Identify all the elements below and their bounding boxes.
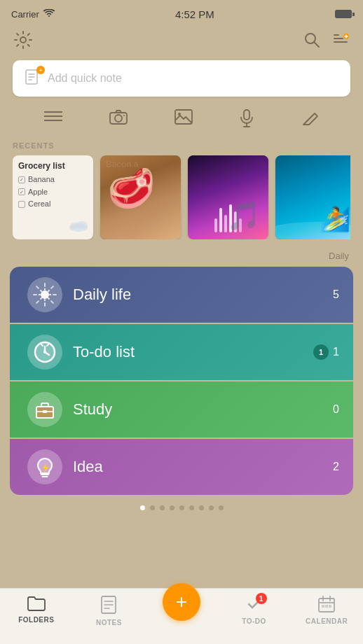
recents-row: Grocery list ✓ Banana ✓ Apple Cereal [13, 155, 350, 239]
todo-icon-area [24, 335, 66, 370]
tab-bar: FOLDERS NOTES + 1 TO-DO [0, 588, 363, 644]
notes-tab-label: NOTES [96, 619, 122, 626]
list-item: Cereal [18, 198, 88, 211]
grocery-note-card[interactable]: Grocery list ✓ Banana ✓ Apple Cereal [13, 155, 93, 239]
svg-point-20 [178, 113, 181, 115]
svg-point-0 [20, 37, 26, 43]
tab-folders[interactable]: FOLDERS [0, 596, 73, 624]
svg-point-44 [43, 351, 46, 354]
svg-point-37 [40, 290, 41, 291]
dot-9[interactable] [219, 505, 224, 510]
dot-5[interactable] [179, 505, 184, 510]
top-bar [0, 25, 363, 60]
svg-rect-19 [175, 110, 192, 124]
svg-point-38 [48, 298, 50, 300]
recents-section: RECENTS Grocery list ✓ Banana ✓ Apple Ce… [0, 141, 363, 239]
svg-point-27 [76, 221, 88, 230]
daily-life-count: 5 [333, 288, 339, 301]
svg-line-2 [314, 42, 319, 47]
calendar-icon [318, 596, 335, 615]
add-button[interactable]: + [163, 583, 200, 621]
note-card-items: ✓ Banana ✓ Apple Cereal [18, 174, 88, 211]
daily-life-icon-area [24, 277, 66, 312]
dot-6[interactable] [189, 505, 194, 510]
dot-1[interactable] [140, 505, 145, 510]
todo-badges: 1 1 [313, 344, 339, 360]
dot-indicators [0, 497, 363, 516]
calendar-tab-label: CALENDAR [306, 617, 348, 625]
dot-8[interactable] [209, 505, 214, 510]
idea-count: 2 [333, 461, 339, 473]
draw-tool[interactable] [301, 109, 319, 130]
checkbox-banana: ✓ [18, 176, 25, 183]
svg-rect-21 [244, 110, 249, 120]
top-bar-actions [304, 32, 349, 50]
quick-note-box[interactable]: + Add quick note [13, 60, 350, 97]
wifi-icon [43, 9, 55, 20]
daily-label: Daily [0, 251, 363, 261]
svg-point-18 [123, 115, 125, 116]
folder-idea[interactable]: Idea 2 [10, 439, 353, 495]
todo-label: To-do list [66, 343, 313, 361]
svg-point-35 [39, 294, 40, 295]
svg-point-33 [44, 288, 46, 290]
folder-study[interactable]: Study 0 [10, 382, 353, 438]
todo-badge-1: 1 [313, 344, 329, 360]
tab-notes[interactable]: NOTES [73, 596, 146, 626]
microphone-tool[interactable] [240, 109, 254, 130]
folders-section: Daily [0, 239, 363, 495]
todo-icon-wrap: 1 [246, 596, 263, 615]
dot-3[interactable] [160, 505, 165, 510]
checkbox-cereal [18, 201, 25, 208]
tab-calendar[interactable]: CALENDAR [290, 596, 363, 625]
dot-7[interactable] [199, 505, 204, 510]
tab-add[interactable]: + [145, 596, 218, 621]
search-icon[interactable] [304, 32, 320, 50]
folder-todo-list[interactable]: To-do list 1 1 [10, 324, 353, 380]
daily-life-label: Daily life [66, 286, 333, 304]
svg-rect-5 [334, 41, 348, 43]
todo-icon [27, 335, 62, 370]
battery-icon [335, 10, 352, 18]
cloud-icon [68, 218, 89, 235]
status-bar: Carrier 4:52 PM [0, 0, 363, 25]
notes-icon [101, 596, 116, 617]
svg-rect-49 [43, 410, 47, 413]
list-filter-icon[interactable] [332, 33, 349, 50]
folder-daily-life[interactable]: Daily life 5 [10, 267, 353, 323]
carrier-info: Carrier [11, 9, 55, 20]
note-plus-badge: + [36, 66, 45, 74]
tab-todo[interactable]: 1 TO-DO [218, 596, 291, 625]
list-item: ✓ Banana [18, 174, 88, 186]
svg-rect-62 [329, 605, 331, 608]
svg-rect-61 [325, 605, 328, 608]
todo-count: 1 [333, 346, 339, 358]
daily-life-icon [27, 277, 62, 312]
svg-point-40 [40, 298, 41, 300]
svg-line-24 [306, 116, 312, 122]
gear-icon[interactable] [14, 31, 32, 52]
text-lines-tool[interactable] [44, 109, 62, 130]
idea-label: Idea [66, 458, 333, 476]
image-tool[interactable] [174, 109, 193, 130]
idea-icon-area [24, 449, 66, 484]
dot-4[interactable] [170, 505, 174, 510]
svg-rect-3 [334, 34, 339, 36]
study-icon [27, 392, 62, 427]
dot-2[interactable] [150, 505, 155, 510]
surfing-photo-card[interactable]: Surfing 🏄 [275, 155, 350, 239]
svg-point-34 [44, 300, 46, 301]
study-icon-area [24, 392, 66, 427]
carrier-label: Carrier [11, 9, 39, 20]
music-photo-card[interactable]: Music F [188, 155, 268, 239]
quick-note-placeholder: Add quick note [48, 72, 122, 85]
camera-tool[interactable] [109, 109, 128, 130]
bacon-photo-card[interactable]: Bacon a 🥩 [100, 155, 181, 239]
study-label: Study [66, 400, 333, 419]
svg-point-36 [50, 294, 51, 295]
recents-label: RECENTS [13, 141, 350, 150]
todo-notification-badge: 1 [256, 593, 267, 604]
svg-point-39 [48, 290, 50, 291]
study-count: 0 [333, 403, 339, 416]
time-display: 4:52 PM [175, 8, 214, 20]
